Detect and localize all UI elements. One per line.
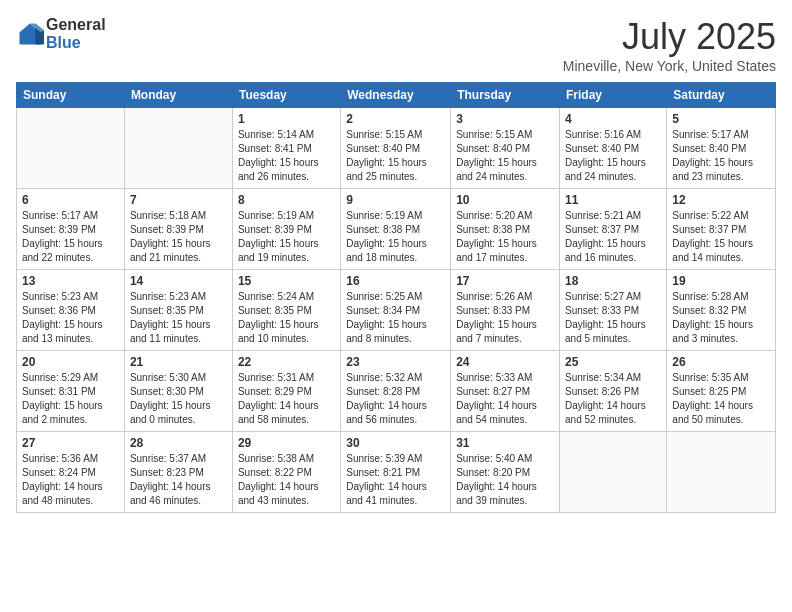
- day-cell: 6Sunrise: 5:17 AM Sunset: 8:39 PM Daylig…: [17, 189, 125, 270]
- day-info: Sunrise: 5:32 AM Sunset: 8:28 PM Dayligh…: [346, 371, 445, 427]
- day-number: 21: [130, 355, 227, 369]
- logo: General Blue: [16, 16, 106, 51]
- day-cell: [560, 432, 667, 513]
- day-cell: 31Sunrise: 5:40 AM Sunset: 8:20 PM Dayli…: [451, 432, 560, 513]
- month-title: July 2025: [563, 16, 776, 58]
- day-number: 3: [456, 112, 554, 126]
- day-number: 12: [672, 193, 770, 207]
- day-info: Sunrise: 5:23 AM Sunset: 8:36 PM Dayligh…: [22, 290, 119, 346]
- logo-blue: Blue: [46, 34, 106, 52]
- day-cell: 28Sunrise: 5:37 AM Sunset: 8:23 PM Dayli…: [124, 432, 232, 513]
- day-cell: 16Sunrise: 5:25 AM Sunset: 8:34 PM Dayli…: [341, 270, 451, 351]
- col-header-thursday: Thursday: [451, 83, 560, 108]
- day-number: 16: [346, 274, 445, 288]
- day-cell: 25Sunrise: 5:34 AM Sunset: 8:26 PM Dayli…: [560, 351, 667, 432]
- week-row-5: 27Sunrise: 5:36 AM Sunset: 8:24 PM Dayli…: [17, 432, 776, 513]
- day-cell: 23Sunrise: 5:32 AM Sunset: 8:28 PM Dayli…: [341, 351, 451, 432]
- day-cell: 29Sunrise: 5:38 AM Sunset: 8:22 PM Dayli…: [232, 432, 340, 513]
- day-info: Sunrise: 5:15 AM Sunset: 8:40 PM Dayligh…: [346, 128, 445, 184]
- col-header-friday: Friday: [560, 83, 667, 108]
- col-header-saturday: Saturday: [667, 83, 776, 108]
- day-cell: [124, 108, 232, 189]
- day-info: Sunrise: 5:19 AM Sunset: 8:38 PM Dayligh…: [346, 209, 445, 265]
- day-number: 31: [456, 436, 554, 450]
- day-cell: 8Sunrise: 5:19 AM Sunset: 8:39 PM Daylig…: [232, 189, 340, 270]
- col-header-tuesday: Tuesday: [232, 83, 340, 108]
- day-number: 25: [565, 355, 661, 369]
- day-cell: 5Sunrise: 5:17 AM Sunset: 8:40 PM Daylig…: [667, 108, 776, 189]
- page: General Blue July 2025 Mineville, New Yo…: [0, 0, 792, 612]
- day-cell: [667, 432, 776, 513]
- day-cell: 15Sunrise: 5:24 AM Sunset: 8:35 PM Dayli…: [232, 270, 340, 351]
- day-number: 1: [238, 112, 335, 126]
- calendar-table: SundayMondayTuesdayWednesdayThursdayFrid…: [16, 82, 776, 513]
- day-info: Sunrise: 5:16 AM Sunset: 8:40 PM Dayligh…: [565, 128, 661, 184]
- day-info: Sunrise: 5:14 AM Sunset: 8:41 PM Dayligh…: [238, 128, 335, 184]
- day-info: Sunrise: 5:21 AM Sunset: 8:37 PM Dayligh…: [565, 209, 661, 265]
- day-cell: 2Sunrise: 5:15 AM Sunset: 8:40 PM Daylig…: [341, 108, 451, 189]
- day-number: 19: [672, 274, 770, 288]
- col-header-monday: Monday: [124, 83, 232, 108]
- day-number: 8: [238, 193, 335, 207]
- day-info: Sunrise: 5:17 AM Sunset: 8:39 PM Dayligh…: [22, 209, 119, 265]
- day-info: Sunrise: 5:30 AM Sunset: 8:30 PM Dayligh…: [130, 371, 227, 427]
- day-info: Sunrise: 5:31 AM Sunset: 8:29 PM Dayligh…: [238, 371, 335, 427]
- day-info: Sunrise: 5:29 AM Sunset: 8:31 PM Dayligh…: [22, 371, 119, 427]
- day-cell: 20Sunrise: 5:29 AM Sunset: 8:31 PM Dayli…: [17, 351, 125, 432]
- day-cell: 30Sunrise: 5:39 AM Sunset: 8:21 PM Dayli…: [341, 432, 451, 513]
- day-cell: 22Sunrise: 5:31 AM Sunset: 8:29 PM Dayli…: [232, 351, 340, 432]
- day-cell: 7Sunrise: 5:18 AM Sunset: 8:39 PM Daylig…: [124, 189, 232, 270]
- day-number: 10: [456, 193, 554, 207]
- day-number: 17: [456, 274, 554, 288]
- day-number: 18: [565, 274, 661, 288]
- day-number: 23: [346, 355, 445, 369]
- day-cell: 14Sunrise: 5:23 AM Sunset: 8:35 PM Dayli…: [124, 270, 232, 351]
- day-cell: 26Sunrise: 5:35 AM Sunset: 8:25 PM Dayli…: [667, 351, 776, 432]
- day-info: Sunrise: 5:38 AM Sunset: 8:22 PM Dayligh…: [238, 452, 335, 508]
- col-header-wednesday: Wednesday: [341, 83, 451, 108]
- logo-general: General: [46, 16, 106, 34]
- day-cell: 4Sunrise: 5:16 AM Sunset: 8:40 PM Daylig…: [560, 108, 667, 189]
- col-header-sunday: Sunday: [17, 83, 125, 108]
- title-block: July 2025 Mineville, New York, United St…: [563, 16, 776, 74]
- day-info: Sunrise: 5:37 AM Sunset: 8:23 PM Dayligh…: [130, 452, 227, 508]
- day-info: Sunrise: 5:39 AM Sunset: 8:21 PM Dayligh…: [346, 452, 445, 508]
- header: General Blue July 2025 Mineville, New Yo…: [16, 16, 776, 74]
- day-number: 28: [130, 436, 227, 450]
- week-row-1: 1Sunrise: 5:14 AM Sunset: 8:41 PM Daylig…: [17, 108, 776, 189]
- day-info: Sunrise: 5:24 AM Sunset: 8:35 PM Dayligh…: [238, 290, 335, 346]
- day-number: 26: [672, 355, 770, 369]
- day-info: Sunrise: 5:28 AM Sunset: 8:32 PM Dayligh…: [672, 290, 770, 346]
- day-number: 7: [130, 193, 227, 207]
- header-row: SundayMondayTuesdayWednesdayThursdayFrid…: [17, 83, 776, 108]
- day-number: 13: [22, 274, 119, 288]
- day-number: 30: [346, 436, 445, 450]
- day-info: Sunrise: 5:17 AM Sunset: 8:40 PM Dayligh…: [672, 128, 770, 184]
- week-row-3: 13Sunrise: 5:23 AM Sunset: 8:36 PM Dayli…: [17, 270, 776, 351]
- day-number: 4: [565, 112, 661, 126]
- day-info: Sunrise: 5:15 AM Sunset: 8:40 PM Dayligh…: [456, 128, 554, 184]
- day-info: Sunrise: 5:23 AM Sunset: 8:35 PM Dayligh…: [130, 290, 227, 346]
- day-number: 27: [22, 436, 119, 450]
- day-cell: 9Sunrise: 5:19 AM Sunset: 8:38 PM Daylig…: [341, 189, 451, 270]
- day-number: 6: [22, 193, 119, 207]
- day-cell: 27Sunrise: 5:36 AM Sunset: 8:24 PM Dayli…: [17, 432, 125, 513]
- day-number: 2: [346, 112, 445, 126]
- day-info: Sunrise: 5:22 AM Sunset: 8:37 PM Dayligh…: [672, 209, 770, 265]
- day-cell: 18Sunrise: 5:27 AM Sunset: 8:33 PM Dayli…: [560, 270, 667, 351]
- subtitle: Mineville, New York, United States: [563, 58, 776, 74]
- day-number: 15: [238, 274, 335, 288]
- day-cell: 13Sunrise: 5:23 AM Sunset: 8:36 PM Dayli…: [17, 270, 125, 351]
- day-number: 29: [238, 436, 335, 450]
- day-info: Sunrise: 5:35 AM Sunset: 8:25 PM Dayligh…: [672, 371, 770, 427]
- day-number: 14: [130, 274, 227, 288]
- day-number: 20: [22, 355, 119, 369]
- day-cell: [17, 108, 125, 189]
- day-cell: 3Sunrise: 5:15 AM Sunset: 8:40 PM Daylig…: [451, 108, 560, 189]
- day-info: Sunrise: 5:27 AM Sunset: 8:33 PM Dayligh…: [565, 290, 661, 346]
- day-cell: 10Sunrise: 5:20 AM Sunset: 8:38 PM Dayli…: [451, 189, 560, 270]
- day-number: 11: [565, 193, 661, 207]
- day-info: Sunrise: 5:18 AM Sunset: 8:39 PM Dayligh…: [130, 209, 227, 265]
- week-row-2: 6Sunrise: 5:17 AM Sunset: 8:39 PM Daylig…: [17, 189, 776, 270]
- day-number: 9: [346, 193, 445, 207]
